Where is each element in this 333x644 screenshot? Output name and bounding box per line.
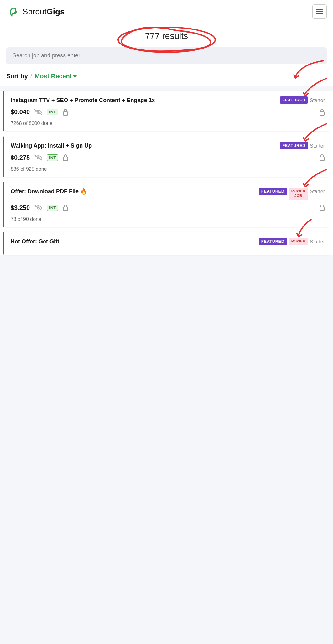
badge-featured: FEATURED	[259, 238, 287, 245]
job-price: $0.275	[11, 154, 30, 161]
results-count-wrapper: 777 results	[6, 30, 327, 42]
job-meta: $0.040 INT	[11, 108, 325, 116]
job-price: $0.040	[11, 108, 30, 116]
sort-dropdown[interactable]: Most Recent	[34, 73, 77, 80]
lock-icon-1	[63, 204, 68, 211]
job-badges: FEATURED Starter	[280, 96, 325, 104]
badge-featured: FEATURED	[280, 96, 308, 104]
job-card[interactable]: Hot Offer: Get Gift FEATURED POWER Start…	[3, 232, 330, 255]
job-price: $3.250	[11, 204, 30, 211]
sort-label: Sort by	[6, 73, 28, 80]
search-input[interactable]	[6, 47, 327, 64]
logo-icon	[6, 5, 20, 18]
job-card-header: Instagram TTV + SEO + Promote Content + …	[11, 96, 325, 104]
lock-icon-1	[63, 109, 68, 116]
eye-off-icon	[34, 109, 42, 115]
svg-point-0	[7, 5, 19, 18]
sort-divider: /	[30, 73, 32, 80]
lock-icon-2	[319, 154, 325, 161]
logo-text: SproutGigs	[23, 7, 65, 17]
badge-starter: Starter	[310, 238, 325, 245]
sort-value-label: Most Recent	[34, 73, 72, 80]
badge-starter: Starter	[310, 142, 325, 149]
jobs-list: Instagram TTV + SEO + Promote Content + …	[0, 91, 333, 255]
badge-featured: FEATURED	[259, 188, 287, 195]
job-card-header: Walking App: Install + Sign Up FEATURED …	[11, 142, 325, 149]
job-badges: FEATURED Starter	[280, 142, 325, 149]
svg-rect-4	[320, 112, 324, 115]
svg-rect-3	[63, 112, 68, 115]
svg-rect-7	[320, 157, 324, 161]
svg-rect-6	[63, 157, 68, 161]
hamburger-line-2	[316, 11, 323, 12]
logo: SproutGigs	[6, 5, 65, 18]
job-card[interactable]: Instagram TTV + SEO + Promote Content + …	[3, 91, 330, 131]
job-progress: 836 of 925 done	[11, 166, 325, 172]
hamburger-line-1	[316, 9, 323, 10]
job-title: Walking App: Install + Sign Up	[11, 142, 277, 149]
job-progress: 73 of 90 done	[11, 216, 325, 222]
job-card[interactable]: Offer: Download PDF File 🔥 FEATURED POWE…	[3, 182, 330, 227]
badge-power: POWER	[289, 238, 308, 245]
badge-int: INT	[47, 109, 58, 115]
job-title: Instagram TTV + SEO + Promote Content + …	[11, 96, 277, 104]
lock-icon-2	[319, 204, 325, 211]
app-header: SproutGigs	[0, 0, 333, 23]
hamburger-line-3	[316, 13, 323, 14]
job-meta: $0.275 INT	[11, 154, 325, 161]
badge-int: INT	[47, 154, 58, 161]
lock-icon-1	[63, 154, 68, 161]
eye-off-icon	[34, 154, 42, 161]
badge-power-job: POWERJOB	[289, 188, 308, 200]
job-badges: FEATURED POWER Starter	[259, 238, 325, 245]
results-area: 777 results	[0, 23, 333, 67]
badge-featured: FEATURED	[280, 142, 308, 149]
badge-starter: Starter	[310, 188, 325, 195]
job-title: Offer: Download PDF File 🔥	[11, 188, 256, 195]
badge-starter: Starter	[310, 96, 325, 103]
eye-off-icon	[34, 205, 42, 211]
job-title: Hot Offer: Get Gift	[11, 238, 256, 245]
job-card-header: Hot Offer: Get Gift FEATURED POWER Start…	[11, 238, 325, 245]
job-card-header: Offer: Download PDF File 🔥 FEATURED POWE…	[11, 188, 325, 200]
job-meta: $3.250 INT	[11, 204, 325, 211]
job-badges: FEATURED POWERJOB Starter	[259, 188, 325, 200]
svg-rect-9	[63, 207, 68, 211]
badge-int: INT	[47, 205, 58, 211]
job-card[interactable]: Walking App: Install + Sign Up FEATURED …	[3, 136, 330, 177]
svg-rect-10	[320, 207, 324, 211]
sort-bar: Sort by / Most Recent	[0, 67, 333, 86]
lock-icon-2	[319, 109, 325, 116]
hamburger-button[interactable]	[312, 4, 327, 19]
sort-chevron-down-icon	[73, 75, 77, 78]
job-progress: 7268 of 8000 done	[11, 121, 325, 126]
results-count: 777 results	[141, 30, 192, 42]
